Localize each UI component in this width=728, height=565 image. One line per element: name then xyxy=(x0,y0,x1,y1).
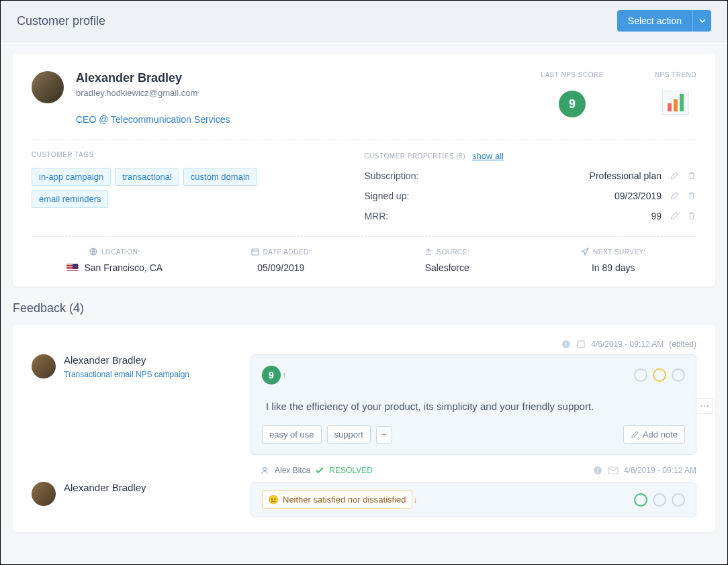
avatar xyxy=(32,354,56,378)
upload-icon xyxy=(424,248,433,256)
nps-trend-label: NPS TREND xyxy=(655,71,696,79)
svg-rect-8 xyxy=(608,467,618,474)
info-grid: LOCATION: San Francisco, CA DATE ADDED: … xyxy=(32,248,696,273)
location-label: LOCATION: xyxy=(101,248,140,256)
show-all-link[interactable]: show all xyxy=(472,151,504,161)
next-survey-label: NEXT SURVEY: xyxy=(593,248,645,256)
resolved-status: RESOLVED xyxy=(329,466,372,475)
trash-icon[interactable] xyxy=(687,211,696,221)
note-icon xyxy=(631,431,639,439)
tag[interactable]: custom domain xyxy=(183,168,257,186)
feedback-card: i 4/6/2019 - 09:12 AM (edited) Alexander… xyxy=(13,325,715,532)
feedback-text: I like the efficiency of your product, i… xyxy=(266,401,681,412)
neutral-face-icon[interactable] xyxy=(653,493,666,507)
feedback-author: Alexander Bradley xyxy=(64,482,146,493)
feedback-box: 9 ↑ I like the efficiency of your produc… xyxy=(251,354,696,455)
info-icon[interactable]: i xyxy=(561,340,571,349)
property-value: Professional plan xyxy=(590,170,662,181)
tag[interactable]: email reminders xyxy=(32,190,108,208)
feedback-timestamp: 4/6/2019 - 09:12 AM xyxy=(591,340,664,349)
nps-trend-stat: NPS TREND xyxy=(655,71,696,125)
reply-timestamp: 4/6/2019 - 09:12 AM xyxy=(624,466,696,475)
source-value: Salesforce xyxy=(364,262,531,273)
survey-icon[interactable] xyxy=(576,340,586,349)
property-row: MRR: 99 xyxy=(364,211,696,221)
us-flag-icon xyxy=(66,264,79,272)
property-value: 99 xyxy=(651,211,662,221)
avatar xyxy=(32,71,64,103)
svg-point-5 xyxy=(263,468,267,471)
svg-text:i: i xyxy=(565,341,567,348)
sad-face-icon[interactable] xyxy=(672,368,685,382)
select-action-group: Select action xyxy=(617,10,711,32)
trend-up-icon: ↑ xyxy=(282,370,286,380)
properties-label: CUSTOMER PROPERTIES (8) xyxy=(364,152,465,160)
property-key: Signed up: xyxy=(364,191,409,201)
tag[interactable]: in-app campaign xyxy=(32,168,111,186)
info-icon[interactable]: i xyxy=(593,466,602,475)
feedback-tag[interactable]: support xyxy=(327,425,371,444)
sentiment-badge: 😐 Neither satisfied nor dissatisfied xyxy=(262,491,412,509)
page-header: Customer profile Select action xyxy=(1,1,727,42)
send-icon xyxy=(581,248,589,256)
calendar-icon xyxy=(251,248,259,256)
trash-icon[interactable] xyxy=(687,191,696,201)
globe-icon xyxy=(89,248,97,256)
sad-face-icon[interactable] xyxy=(672,493,685,507)
property-key: Subscription: xyxy=(364,170,418,181)
edit-icon[interactable] xyxy=(670,191,679,201)
select-action-caret[interactable] xyxy=(692,10,711,32)
feedback-author: Alexander Bradley xyxy=(64,354,189,366)
property-value: 09/23/2019 xyxy=(615,191,662,201)
source-label: SOURCE: xyxy=(437,248,469,256)
customer-name: Alexander Bradley xyxy=(76,71,230,85)
svg-rect-4 xyxy=(578,341,584,348)
check-icon xyxy=(316,467,324,474)
feedback-campaign[interactable]: Transactional email NPS campaign xyxy=(64,370,189,379)
customer-email: bradley.hodkiewicz@gmail.com xyxy=(76,88,230,98)
tags-label: CUSTOMER TAGS xyxy=(32,151,337,158)
happy-face-icon[interactable] xyxy=(634,493,647,507)
add-note-button[interactable]: Add note xyxy=(623,425,685,444)
last-nps-label: LAST NPS SCORE xyxy=(541,71,604,79)
customer-role: CEO @ Telecommunication Services xyxy=(76,114,230,125)
profile-card: Alexander Bradley bradley.hodkiewicz@gma… xyxy=(13,54,715,287)
last-nps-stat: LAST NPS SCORE 9 xyxy=(541,71,604,125)
add-tag-button[interactable]: + xyxy=(376,426,392,444)
chevron-down-icon xyxy=(699,19,706,23)
profile-header: Alexander Bradley bradley.hodkiewicz@gma… xyxy=(32,71,696,125)
neutral-face-icon[interactable] xyxy=(653,368,666,382)
date-added-label: DATE ADDED: xyxy=(263,248,311,256)
page-title: Customer profile xyxy=(17,14,105,28)
happy-face-icon[interactable] xyxy=(634,368,647,382)
reply-author: Alex Bitca xyxy=(275,466,310,475)
date-added-value: 05/09/2019 xyxy=(198,262,365,273)
next-survey-value: In 89 days xyxy=(531,262,697,273)
feedback-edited: (edited) xyxy=(669,340,696,349)
more-menu-button[interactable]: ⋯ xyxy=(696,398,713,414)
property-row: Subscription: Professional plan xyxy=(364,170,696,181)
email-icon[interactable] xyxy=(608,466,619,474)
edit-icon[interactable] xyxy=(670,211,679,221)
customer-tags: in-app campaign transactional custom dom… xyxy=(32,168,337,208)
location-value: San Francisco, CA xyxy=(84,262,163,273)
property-key: MRR: xyxy=(364,211,388,221)
svg-text:i: i xyxy=(597,467,598,474)
nps-score-badge: 9 xyxy=(559,91,586,117)
tag[interactable]: transactional xyxy=(115,168,179,186)
svg-rect-1 xyxy=(252,249,259,255)
feedback-box: 😐 Neither satisfied nor dissatisfied ↓ xyxy=(251,482,696,517)
edit-icon[interactable] xyxy=(670,171,679,181)
property-row: Signed up: 09/23/2019 xyxy=(364,191,696,201)
feedback-title: Feedback (4) xyxy=(13,301,715,315)
feedback-tag[interactable]: easy of use xyxy=(262,425,322,444)
nps-trend-chart[interactable] xyxy=(662,91,689,115)
user-icon xyxy=(260,466,269,475)
trash-icon[interactable] xyxy=(687,171,696,181)
avatar xyxy=(32,482,56,506)
trend-down-icon: ↓ xyxy=(414,495,418,505)
select-action-button[interactable]: Select action xyxy=(617,10,692,32)
neutral-emoji-icon: 😐 xyxy=(268,495,279,505)
feedback-score-badge: 9 xyxy=(262,366,281,384)
